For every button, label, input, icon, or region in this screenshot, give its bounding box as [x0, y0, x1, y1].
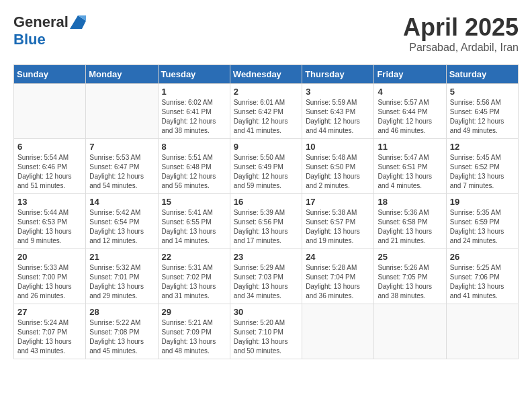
daylight-text: Daylight: 13 hours and 24 minutes. — [450, 228, 504, 244]
logo: General Blue — [13, 13, 86, 48]
title-block: April 2025 Parsabad, Ardabil, Iran — [403, 13, 519, 54]
sunset-text: Sunset: 6:50 PM — [306, 163, 355, 171]
sunrise-text: Sunrise: 5:25 AM — [450, 264, 501, 271]
sunset-text: Sunset: 7:09 PM — [162, 328, 212, 336]
header-tuesday: Tuesday — [158, 65, 230, 84]
day-info: Sunrise: 5:44 AM Sunset: 6:53 PM Dayligh… — [17, 208, 82, 246]
day-number: 27 — [17, 307, 82, 317]
day-info: Sunrise: 5:32 AM Sunset: 7:01 PM Dayligh… — [89, 263, 154, 301]
daylight-text: Daylight: 13 hours and 50 minutes. — [234, 338, 288, 355]
daylight-text: Daylight: 13 hours and 41 minutes. — [450, 283, 504, 300]
table-row: 17 Sunrise: 5:38 AM Sunset: 6:57 PM Dayl… — [302, 194, 374, 249]
daylight-text: Daylight: 13 hours and 9 minutes. — [17, 228, 72, 244]
sunset-text: Sunset: 6:53 PM — [17, 218, 67, 226]
calendar-week-row: 1 Sunrise: 6:02 AM Sunset: 6:41 PM Dayli… — [14, 84, 519, 139]
sunset-text: Sunset: 7:03 PM — [234, 273, 283, 281]
sunset-text: Sunset: 7:07 PM — [17, 328, 67, 336]
day-info: Sunrise: 5:33 AM Sunset: 7:00 PM Dayligh… — [17, 263, 82, 301]
table-row: 11 Sunrise: 5:47 AM Sunset: 6:51 PM Dayl… — [374, 139, 446, 194]
day-info: Sunrise: 5:20 AM Sunset: 7:10 PM Dayligh… — [234, 318, 298, 356]
table-row: 27 Sunrise: 5:24 AM Sunset: 7:07 PM Dayl… — [14, 304, 86, 359]
day-number: 5 — [450, 87, 515, 97]
day-info: Sunrise: 5:51 AM Sunset: 6:48 PM Dayligh… — [162, 153, 226, 191]
sunset-text: Sunset: 6:49 PM — [234, 163, 283, 171]
day-info: Sunrise: 5:28 AM Sunset: 7:04 PM Dayligh… — [306, 263, 370, 301]
sunrise-text: Sunrise: 6:01 AM — [234, 99, 285, 106]
table-row: 18 Sunrise: 5:36 AM Sunset: 6:58 PM Dayl… — [374, 194, 446, 249]
day-number: 23 — [234, 252, 298, 262]
day-number: 26 — [450, 252, 515, 262]
page-header: General Blue April 2025 Parsabad, Ardabi… — [13, 13, 519, 54]
day-info: Sunrise: 6:01 AM Sunset: 6:42 PM Dayligh… — [234, 98, 298, 136]
day-number: 4 — [378, 87, 442, 97]
day-info: Sunrise: 5:42 AM Sunset: 6:54 PM Dayligh… — [89, 208, 154, 246]
sunrise-text: Sunrise: 5:59 AM — [306, 99, 357, 106]
day-info: Sunrise: 5:24 AM Sunset: 7:07 PM Dayligh… — [17, 318, 82, 356]
sunset-text: Sunset: 6:51 PM — [378, 163, 427, 171]
sunset-text: Sunset: 7:01 PM — [89, 273, 139, 281]
daylight-text: Daylight: 13 hours and 7 minutes. — [450, 173, 504, 189]
table-row: 4 Sunrise: 5:57 AM Sunset: 6:44 PM Dayli… — [374, 84, 446, 139]
table-row: 7 Sunrise: 5:53 AM Sunset: 6:47 PM Dayli… — [86, 139, 158, 194]
header-saturday: Saturday — [446, 65, 518, 84]
calendar-week-row: 20 Sunrise: 5:33 AM Sunset: 7:00 PM Dayl… — [14, 249, 519, 304]
sunset-text: Sunset: 7:05 PM — [378, 273, 427, 281]
sunset-text: Sunset: 6:44 PM — [378, 108, 427, 116]
daylight-text: Daylight: 13 hours and 2 minutes. — [306, 173, 360, 189]
day-info: Sunrise: 5:48 AM Sunset: 6:50 PM Dayligh… — [306, 153, 370, 191]
sunrise-text: Sunrise: 5:56 AM — [450, 99, 501, 106]
sunrise-text: Sunrise: 5:39 AM — [234, 209, 285, 216]
sunrise-text: Sunrise: 5:20 AM — [234, 319, 285, 326]
day-info: Sunrise: 5:45 AM Sunset: 6:52 PM Dayligh… — [450, 153, 515, 191]
day-info: Sunrise: 5:25 AM Sunset: 7:06 PM Dayligh… — [450, 263, 515, 301]
sunrise-text: Sunrise: 5:33 AM — [17, 264, 69, 271]
daylight-text: Daylight: 13 hours and 36 minutes. — [306, 283, 360, 300]
calendar-table: Sunday Monday Tuesday Wednesday Thursday… — [13, 64, 519, 359]
day-info: Sunrise: 5:21 AM Sunset: 7:09 PM Dayligh… — [162, 318, 226, 356]
sunset-text: Sunset: 6:42 PM — [234, 108, 283, 116]
day-number: 24 — [306, 252, 370, 262]
table-row: 29 Sunrise: 5:21 AM Sunset: 7:09 PM Dayl… — [158, 304, 230, 359]
sunrise-text: Sunrise: 5:47 AM — [378, 154, 429, 161]
sunset-text: Sunset: 6:43 PM — [306, 108, 355, 116]
sunrise-text: Sunrise: 5:48 AM — [306, 154, 357, 161]
day-number: 3 — [306, 87, 370, 97]
daylight-text: Daylight: 13 hours and 4 minutes. — [378, 173, 432, 189]
table-row: 24 Sunrise: 5:28 AM Sunset: 7:04 PM Dayl… — [302, 249, 374, 304]
sunrise-text: Sunrise: 5:42 AM — [89, 209, 140, 216]
day-info: Sunrise: 5:26 AM Sunset: 7:05 PM Dayligh… — [378, 263, 442, 301]
day-number: 17 — [306, 197, 370, 207]
day-info: Sunrise: 5:56 AM Sunset: 6:45 PM Dayligh… — [450, 98, 515, 136]
day-number: 30 — [234, 307, 298, 317]
sunrise-text: Sunrise: 5:22 AM — [89, 319, 140, 326]
day-number: 14 — [89, 197, 154, 207]
header-friday: Friday — [374, 65, 446, 84]
daylight-text: Daylight: 13 hours and 17 minutes. — [234, 228, 288, 244]
sunset-text: Sunset: 6:56 PM — [234, 218, 283, 226]
sunset-text: Sunset: 6:54 PM — [89, 218, 139, 226]
sunset-text: Sunset: 7:02 PM — [162, 273, 212, 281]
day-info: Sunrise: 5:31 AM Sunset: 7:02 PM Dayligh… — [162, 263, 226, 301]
sunrise-text: Sunrise: 5:57 AM — [378, 99, 429, 106]
sunrise-text: Sunrise: 5:35 AM — [450, 209, 501, 216]
table-row: 26 Sunrise: 5:25 AM Sunset: 7:06 PM Dayl… — [446, 249, 518, 304]
table-row: 14 Sunrise: 5:42 AM Sunset: 6:54 PM Dayl… — [86, 194, 158, 249]
daylight-text: Daylight: 13 hours and 34 minutes. — [234, 283, 288, 300]
day-number: 2 — [234, 87, 298, 97]
sunset-text: Sunset: 6:41 PM — [162, 108, 212, 116]
daylight-text: Daylight: 13 hours and 12 minutes. — [89, 228, 144, 244]
sunrise-text: Sunrise: 5:36 AM — [378, 209, 429, 216]
sunrise-text: Sunrise: 5:21 AM — [162, 319, 213, 326]
day-number: 10 — [306, 142, 370, 152]
sunset-text: Sunset: 7:06 PM — [450, 273, 500, 281]
daylight-text: Daylight: 12 hours and 38 minutes. — [162, 118, 216, 134]
daylight-text: Daylight: 13 hours and 48 minutes. — [162, 338, 216, 355]
sunrise-text: Sunrise: 5:54 AM — [17, 154, 69, 161]
table-row: 28 Sunrise: 5:22 AM Sunset: 7:08 PM Dayl… — [86, 304, 158, 359]
sunrise-text: Sunrise: 5:41 AM — [162, 209, 213, 216]
sunrise-text: Sunrise: 5:28 AM — [306, 264, 357, 271]
table-row: 10 Sunrise: 5:48 AM Sunset: 6:50 PM Dayl… — [302, 139, 374, 194]
sunset-text: Sunset: 6:58 PM — [378, 218, 427, 226]
table-row: 6 Sunrise: 5:54 AM Sunset: 6:46 PM Dayli… — [14, 139, 86, 194]
day-info: Sunrise: 5:29 AM Sunset: 7:03 PM Dayligh… — [234, 263, 298, 301]
